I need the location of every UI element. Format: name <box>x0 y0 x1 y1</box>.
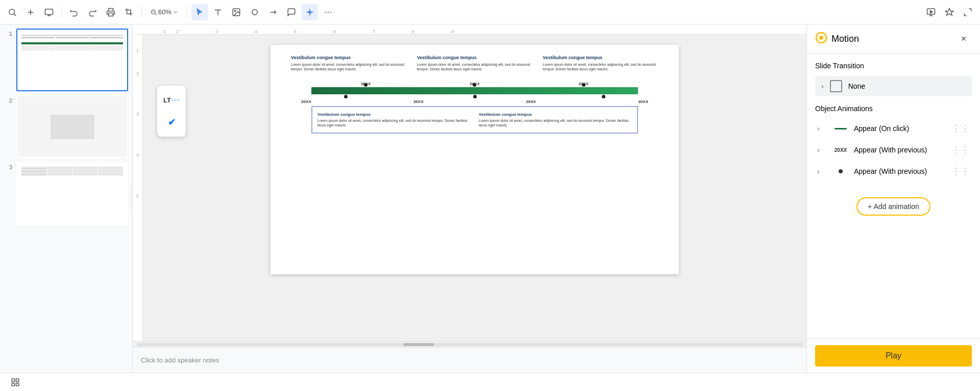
timeline-top-title-2: Vestibulum congue tempus <box>417 55 533 60</box>
motion-title: Motion <box>831 34 951 44</box>
anim-drag-1[interactable]: ⋮⋮ <box>951 123 970 134</box>
label-bottom-2: 20XX <box>413 99 424 104</box>
cursor-tool[interactable] <box>191 4 208 20</box>
svg-rect-7 <box>109 13 113 16</box>
timeline-bottom-items: Vestibulum congue tempus Lorem ipsum dol… <box>311 106 638 134</box>
shape-tool[interactable] <box>247 4 263 20</box>
object-animations-title: Object Animations <box>815 105 972 113</box>
crop-button[interactable] <box>121 4 137 20</box>
image-tool[interactable] <box>228 4 244 20</box>
anim-drag-2[interactable]: ⋮⋮ <box>951 144 970 155</box>
timeline-bottom-item-2: Vestibulum congue tempus Lorem ipsum dol… <box>479 112 632 127</box>
svg-rect-32 <box>16 383 19 385</box>
timeline-top-title-1: Vestibulum congue tempus <box>291 55 407 60</box>
timeline-top-item-2: Vestibulum congue tempus Lorem ipsum dol… <box>417 55 533 71</box>
svg-rect-4 <box>45 9 53 15</box>
add-animation-button[interactable]: + Add animation <box>856 197 930 216</box>
slide-thumb-2[interactable] <box>16 95 128 158</box>
line-tool[interactable] <box>265 4 281 20</box>
undo-button[interactable] <box>66 4 82 20</box>
grid-view-button[interactable] <box>8 375 22 389</box>
transition-none-icon <box>830 80 842 92</box>
anim-label-2: Appear (With previous) <box>854 146 945 154</box>
motion-icon <box>815 32 827 46</box>
animation-item-2[interactable]: › 20XX Appear (With previous) ⋮⋮ <box>815 140 972 160</box>
label-bottom-4: 20XX <box>638 99 648 104</box>
timeline-top-text-2: Lorem ipsum dolor sit amet, consectetur … <box>417 62 533 71</box>
ruler-horizontal: 1 2 3 4 5 6 7 8 9 <box>133 24 806 35</box>
horizontal-scrollbar[interactable] <box>133 341 806 347</box>
zoom-control[interactable]: 60% <box>146 6 183 18</box>
timeline-dots-top <box>311 83 638 87</box>
bottom-title-2: Vestibulum congue tempus <box>479 112 632 117</box>
more-button[interactable] <box>320 4 336 20</box>
print-button[interactable] <box>103 4 119 20</box>
slide-item-3[interactable]: 3 <box>4 162 128 225</box>
check-button[interactable]: ✔ <box>161 112 182 133</box>
expand-button[interactable] <box>960 4 976 20</box>
hscroll-thumb[interactable] <box>403 343 434 346</box>
timeline-bar <box>311 87 638 94</box>
anim-chevron-1: › <box>817 124 827 133</box>
redo-button[interactable] <box>84 4 101 20</box>
canvas-content: 1 2 3 4 5 LT~~~ ✔ Ves <box>133 35 806 341</box>
svg-line-1 <box>14 14 16 16</box>
separator-3 <box>187 6 187 18</box>
slide-number-3: 3 <box>4 162 12 170</box>
play-button[interactable]: Play <box>815 345 972 367</box>
main-toolbar: 60% <box>0 0 980 24</box>
motion-footer: Play <box>807 338 980 373</box>
anim-drag-3[interactable]: ⋮⋮ <box>951 166 970 177</box>
theme-button[interactable] <box>941 4 958 20</box>
anim-line-icon <box>834 124 848 133</box>
svg-point-0 <box>9 9 15 15</box>
timeline-top-title-3: Vestibulum congue tempus <box>543 55 658 60</box>
add-animation-container: + Add animation <box>815 189 972 224</box>
anim-chevron-3: › <box>817 167 827 175</box>
comment-tool[interactable] <box>283 4 300 20</box>
timeline-top-text-1: Lorem ipsum dolor sit amet, consectetur … <box>291 62 407 71</box>
text-tool[interactable] <box>210 4 226 20</box>
timeline-bar-container <box>311 87 638 94</box>
select-tool[interactable] <box>302 4 318 20</box>
slide-canvas[interactable]: Vestibulum congue tempus Lorem ipsum dol… <box>271 45 679 274</box>
slide-thumb-1[interactable]: 🔗 <box>16 29 128 91</box>
svg-point-15 <box>252 9 258 15</box>
canvas-area: 1 2 3 4 5 6 7 8 9 1 2 3 4 5 <box>133 24 806 373</box>
animation-item-3[interactable]: › Appear (With previous) ⋮⋮ <box>815 162 972 181</box>
timeline-labels-bottom: 20XX 20XX 20XX 20XX <box>301 99 648 104</box>
lt-button[interactable]: LT~~~ <box>161 90 182 110</box>
display-button[interactable] <box>41 4 57 20</box>
svg-marker-26 <box>930 11 933 13</box>
timeline-top-item-1: Vestibulum congue tempus Lorem ipsum dol… <box>291 55 407 71</box>
search-button[interactable] <box>4 4 20 20</box>
slide-number-2: 2 <box>4 95 12 103</box>
transition-label: None <box>848 82 865 90</box>
link-icon: 🔗 <box>16 55 17 65</box>
slide-item-2[interactable]: 2 <box>4 95 128 158</box>
transition-item[interactable]: › None <box>815 76 972 96</box>
motion-close-button[interactable]: × <box>955 31 972 47</box>
slide-show-button[interactable] <box>923 4 939 20</box>
speaker-notes-placeholder: Click to add speaker notes <box>141 356 219 364</box>
svg-point-28 <box>819 36 823 40</box>
anim-label-1: Appear (On click) <box>854 124 945 133</box>
hscroll-track[interactable] <box>137 343 802 346</box>
speaker-notes[interactable]: Click to add speaker notes <box>133 347 806 373</box>
bottom-title-1: Vestibulum congue tempus <box>317 112 471 117</box>
timeline-top-items: Vestibulum congue tempus Lorem ipsum dol… <box>281 55 669 71</box>
anim-text-icon: 20XX <box>834 145 848 154</box>
bottom-text-1: Lorem ipsum dolor sit amet, consectetur … <box>317 118 471 127</box>
slide-item-1[interactable]: 1 🔗 <box>4 29 128 91</box>
separator-1 <box>61 6 62 18</box>
motion-panel: Motion × Slide Transition › None Object … <box>806 24 980 373</box>
main-layout: 1 🔗 <box>0 24 980 373</box>
bottom-text-2: Lorem ipsum dolor sit amet, consectetur … <box>479 118 632 127</box>
svg-line-9 <box>155 13 157 15</box>
add-button[interactable] <box>22 4 39 20</box>
timeline-bottom-item-1: Vestibulum congue tempus Lorem ipsum dol… <box>317 112 471 127</box>
timeline-top-item-3: Vestibulum congue tempus Lorem ipsum dol… <box>543 55 658 71</box>
animation-item-1[interactable]: › Appear (On click) ⋮⋮ <box>815 119 972 138</box>
motion-header: Motion × <box>807 24 980 54</box>
slide-thumb-3[interactable] <box>16 162 128 225</box>
